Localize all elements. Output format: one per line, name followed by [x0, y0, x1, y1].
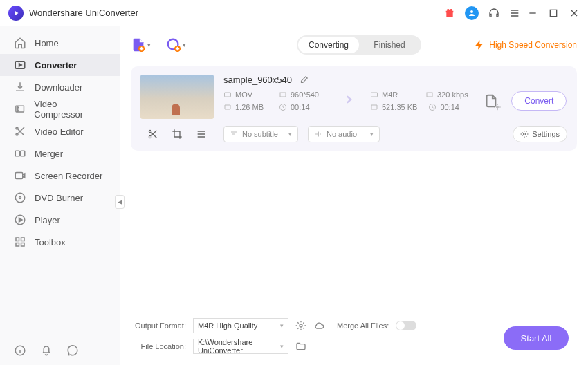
- file-location-select[interactable]: K:\Wondershare UniConverter ▾: [193, 339, 288, 354]
- collapse-sidebar-button[interactable]: ◀: [115, 195, 125, 209]
- minimize-button[interactable]: [527, 8, 538, 19]
- sidebar-item-recorder[interactable]: Screen Recorder: [0, 165, 120, 187]
- sidebar-item-label: Home: [35, 38, 59, 48]
- svg-point-5: [16, 133, 18, 135]
- edit-name-icon[interactable]: [299, 75, 309, 85]
- cloud-icon[interactable]: [313, 320, 324, 331]
- bell-icon[interactable]: [40, 344, 53, 357]
- download-icon: [14, 81, 26, 93]
- effect-icon[interactable]: [196, 129, 207, 140]
- svg-rect-3: [16, 106, 24, 113]
- merge-toggle[interactable]: [396, 321, 416, 330]
- feedback-icon[interactable]: [66, 344, 79, 357]
- sidebar-item-label: Video Compressor: [34, 99, 106, 120]
- subtitle-select[interactable]: No subtitle ▾: [223, 126, 298, 142]
- convert-button[interactable]: Convert: [511, 91, 567, 111]
- svg-rect-7: [21, 151, 25, 156]
- sidebar-item-dvd[interactable]: DVD Burner: [0, 187, 120, 209]
- info-icon[interactable]: [14, 344, 26, 357]
- file-card: sample_960x540 MOV 960*540 1.26 MB 00:14: [131, 66, 577, 151]
- settings-button[interactable]: Settings: [513, 126, 567, 142]
- svg-rect-8: [15, 173, 23, 179]
- sidebar-item-label: Toolbox: [35, 237, 66, 247]
- audio-value: No audio: [327, 130, 357, 138]
- sidebar-item-label: Downloader: [35, 82, 82, 93]
- tab-finished[interactable]: Finished: [359, 37, 420, 53]
- titlebar: Wondershare UniConverter: [0, 0, 588, 26]
- converter-icon: [14, 59, 26, 71]
- src-format: MOV: [223, 91, 268, 99]
- recorder-icon: [14, 169, 26, 182]
- svg-point-10: [19, 197, 21, 199]
- svg-rect-12: [16, 238, 19, 241]
- trim-icon[interactable]: [147, 129, 158, 140]
- subtitle-icon: [230, 130, 238, 138]
- svg-point-4: [16, 127, 18, 129]
- high-speed-conversion-button[interactable]: High Speed Conversion: [474, 39, 577, 50]
- grid-icon: [14, 236, 26, 248]
- sidebar-item-label: Player: [35, 215, 60, 225]
- maximize-button[interactable]: [548, 8, 559, 19]
- dst-size: 521.35 KB: [370, 103, 417, 111]
- sidebar-item-merger[interactable]: Merger: [0, 142, 120, 165]
- sidebar-item-home[interactable]: Home: [0, 32, 120, 54]
- svg-rect-23: [371, 93, 378, 97]
- chevron-down-icon: ▾: [370, 131, 374, 138]
- merger-icon: [14, 147, 26, 160]
- src-resolution: 960*540: [279, 91, 323, 99]
- chevron-down-icon: ▾: [280, 343, 284, 350]
- sidebar-item-player[interactable]: Player: [0, 209, 120, 231]
- svg-rect-13: [21, 238, 25, 241]
- avatar-icon[interactable]: [465, 6, 479, 20]
- close-button[interactable]: [569, 8, 580, 19]
- dst-bitrate: 320 kbps: [425, 91, 470, 99]
- file-name: sample_960x540: [223, 75, 292, 85]
- gift-icon[interactable]: [444, 8, 455, 19]
- home-icon: [14, 37, 26, 49]
- main-panel: ▾ ▾ Converting Finished High Speed Conve…: [120, 26, 588, 365]
- sidebar-item-label: Merger: [35, 149, 63, 159]
- play-icon: [14, 214, 26, 226]
- output-format-value: M4R High Quality: [198, 321, 257, 330]
- headset-icon[interactable]: [488, 8, 499, 19]
- subtitle-value: No subtitle: [242, 130, 278, 138]
- start-all-button[interactable]: Start All: [504, 326, 569, 350]
- sidebar-item-editor[interactable]: Video Editor: [0, 120, 120, 142]
- output-format-icon[interactable]: [484, 93, 499, 109]
- sidebar-item-compressor[interactable]: Video Compressor: [0, 98, 120, 120]
- crop-icon[interactable]: [172, 129, 183, 140]
- tab-converting[interactable]: Converting: [298, 37, 359, 53]
- file-location-label: File Location:: [134, 342, 186, 350]
- menu-icon[interactable]: [509, 8, 520, 19]
- sidebar-item-label: DVD Burner: [35, 193, 83, 203]
- chevron-down-icon: ▾: [147, 41, 151, 48]
- sidebar-item-label: Converter: [35, 60, 77, 71]
- svg-point-29: [524, 133, 526, 135]
- chevron-down-icon: ▾: [288, 131, 292, 138]
- svg-rect-20: [225, 93, 231, 97]
- add-file-button[interactable]: ▾: [131, 37, 151, 53]
- file-location-value: K:\Wondershare UniConverter: [198, 338, 280, 355]
- scissors-icon: [14, 125, 26, 138]
- svg-rect-15: [21, 243, 25, 247]
- gear-icon[interactable]: [295, 320, 306, 331]
- sidebar: Home Converter Downloader Video Compress…: [0, 26, 120, 365]
- audio-select[interactable]: No audio ▾: [308, 126, 380, 142]
- sidebar-item-toolbox[interactable]: Toolbox: [0, 231, 120, 253]
- tabs: Converting Finished: [297, 35, 421, 55]
- svg-point-0: [470, 10, 473, 13]
- output-format-select[interactable]: M4R High Quality ▾: [193, 318, 288, 333]
- add-url-button[interactable]: ▾: [166, 37, 186, 53]
- svg-rect-24: [427, 93, 432, 97]
- sidebar-item-label: Screen Recorder: [35, 171, 102, 181]
- video-thumbnail[interactable]: [140, 75, 214, 119]
- svg-point-26: [497, 106, 499, 109]
- disc-icon: [14, 191, 26, 204]
- merge-label: Merge All Files:: [337, 321, 389, 330]
- high-speed-label: High Speed Conversion: [489, 40, 577, 50]
- folder-icon[interactable]: [295, 341, 306, 352]
- audio-icon: [314, 130, 322, 138]
- svg-point-27: [149, 130, 151, 132]
- sidebar-item-downloader[interactable]: Downloader: [0, 76, 120, 98]
- sidebar-item-converter[interactable]: Converter: [0, 54, 120, 76]
